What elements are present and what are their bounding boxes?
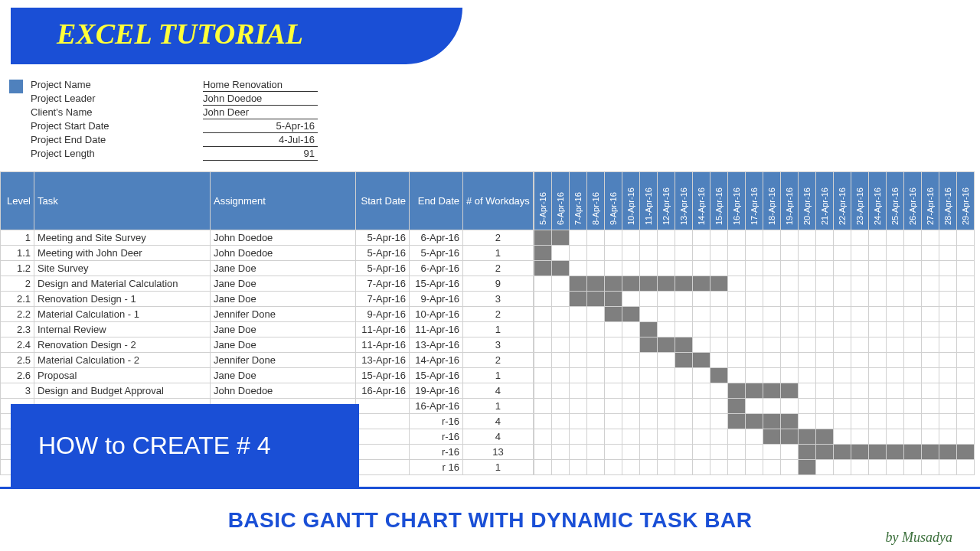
gantt-cell[interactable] (657, 261, 675, 276)
gantt-cell[interactable] (657, 460, 675, 475)
cell[interactable]: 2 (463, 261, 534, 276)
gantt-cell[interactable] (639, 383, 657, 399)
gantt-cell[interactable] (604, 445, 622, 460)
cell[interactable]: 13-Apr-16 (356, 353, 410, 368)
gantt-cell[interactable] (745, 429, 763, 445)
gantt-cell[interactable] (886, 261, 903, 276)
gantt-cell[interactable] (727, 445, 745, 460)
gantt-cell[interactable] (534, 307, 551, 322)
cell[interactable]: r-16 (410, 414, 463, 429)
gantt-cell[interactable] (675, 307, 692, 322)
task-row[interactable]: 2.4Renovation Design - 2Jane Doe11-Apr-1… (1, 337, 534, 353)
gantt-cell[interactable] (903, 429, 921, 445)
task-row[interactable]: 2.1Renovation Design - 1Jane Doe7-Apr-16… (1, 292, 534, 307)
gantt-cell[interactable] (569, 307, 586, 322)
gantt-cell[interactable] (604, 414, 622, 429)
gantt-cell[interactable] (815, 337, 833, 353)
gantt-cell[interactable] (763, 276, 780, 292)
gantt-cell[interactable] (586, 246, 604, 261)
gantt-cell[interactable] (886, 337, 903, 353)
gantt-cell[interactable] (868, 246, 886, 261)
cell[interactable]: 1 (463, 399, 534, 414)
gantt-cell[interactable] (939, 307, 956, 322)
gantt-cell[interactable] (886, 399, 903, 414)
gantt-cell[interactable] (727, 429, 745, 445)
gantt-cell[interactable] (745, 322, 763, 337)
date-header[interactable]: 13-Apr-16 (675, 172, 692, 230)
gantt-cell[interactable] (833, 445, 851, 460)
gantt-cell[interactable] (921, 460, 939, 475)
gantt-cell[interactable] (886, 322, 903, 337)
task-row[interactable]: 2.3Internal ReviewJane Doe11-Apr-1611-Ap… (1, 322, 534, 337)
gantt-cell[interactable] (833, 276, 851, 292)
gantt-cell[interactable] (586, 261, 604, 276)
col-end[interactable]: End Date (410, 172, 463, 230)
gantt-cell[interactable] (534, 246, 551, 261)
cell[interactable]: Renovation Design - 2 (34, 337, 211, 353)
gantt-cell[interactable] (956, 292, 974, 307)
gantt-cell[interactable] (569, 230, 586, 246)
cell[interactable]: 5-Apr-16 (356, 261, 410, 276)
gantt-cell[interactable] (569, 460, 586, 475)
gantt-cell[interactable] (939, 445, 956, 460)
gantt-cell[interactable] (851, 292, 868, 307)
gantt-cell[interactable] (851, 399, 868, 414)
gantt-cell[interactable] (569, 276, 586, 292)
gantt-cell[interactable] (833, 337, 851, 353)
date-header[interactable]: 5-Apr-16 (534, 172, 551, 230)
gantt-cell[interactable] (763, 429, 780, 445)
gantt-cell[interactable] (692, 230, 710, 246)
cell[interactable]: 2.6 (1, 368, 34, 383)
gantt-cell[interactable] (675, 383, 692, 399)
gantt-cell[interactable] (675, 460, 692, 475)
date-header[interactable]: 28-Apr-16 (939, 172, 956, 230)
cell[interactable]: Site Survey (34, 261, 211, 276)
gantt-cell[interactable] (851, 276, 868, 292)
cell[interactable]: 2 (463, 353, 534, 368)
gantt-cell[interactable] (675, 322, 692, 337)
gantt-cell[interactable] (833, 230, 851, 246)
gantt-cell[interactable] (780, 353, 798, 368)
gantt-cell[interactable] (604, 399, 622, 414)
gantt-cell[interactable] (851, 368, 868, 383)
date-header[interactable]: 22-Apr-16 (833, 172, 851, 230)
gantt-cell[interactable] (763, 460, 780, 475)
cell[interactable]: 2.5 (1, 353, 34, 368)
gantt-cell[interactable] (798, 292, 815, 307)
gantt-cell[interactable] (815, 322, 833, 337)
gantt-cell[interactable] (657, 292, 675, 307)
gantt-cell[interactable] (622, 261, 639, 276)
gantt-cell[interactable] (727, 383, 745, 399)
gantt-cell[interactable] (763, 246, 780, 261)
info-value[interactable]: John Deer (203, 106, 318, 119)
gantt-cell[interactable] (763, 399, 780, 414)
gantt-cell[interactable] (851, 230, 868, 246)
gantt-cell[interactable] (921, 276, 939, 292)
gantt-cell[interactable] (745, 246, 763, 261)
gantt-cell[interactable] (551, 353, 569, 368)
gantt-cell[interactable] (657, 246, 675, 261)
date-header[interactable]: 26-Apr-16 (903, 172, 921, 230)
gantt-cell[interactable] (622, 460, 639, 475)
gantt-cell[interactable] (622, 414, 639, 429)
gantt-cell[interactable] (675, 261, 692, 276)
date-header[interactable]: 21-Apr-16 (815, 172, 833, 230)
gantt-cell[interactable] (710, 337, 727, 353)
cell[interactable]: 4 (463, 383, 534, 399)
gantt-cell[interactable] (851, 246, 868, 261)
gantt-cell[interactable] (569, 292, 586, 307)
gantt-cell[interactable] (710, 383, 727, 399)
cell[interactable]: 16-Apr-16 (356, 383, 410, 399)
gantt-cell[interactable] (763, 353, 780, 368)
gantt-cell[interactable] (921, 246, 939, 261)
date-header[interactable]: 11-Apr-16 (639, 172, 657, 230)
gantt-cell[interactable] (675, 399, 692, 414)
col-start[interactable]: Start Date (356, 172, 410, 230)
gantt-cell[interactable] (710, 368, 727, 383)
gantt-cell[interactable] (798, 261, 815, 276)
gantt-cell[interactable] (586, 460, 604, 475)
gantt-cell[interactable] (798, 246, 815, 261)
task-row[interactable]: 1.1Meeting with John DeerJohn Doedoe5-Ap… (1, 246, 534, 261)
task-row[interactable]: 1.2Site SurveyJane Doe5-Apr-166-Apr-162 (1, 261, 534, 276)
col-days[interactable]: # of Workdays (463, 172, 534, 230)
